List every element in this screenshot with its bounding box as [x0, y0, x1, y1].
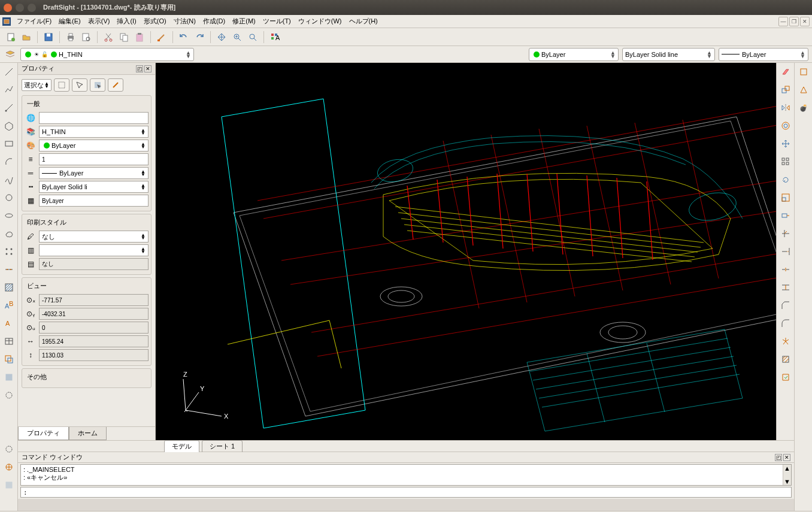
menu-dimension[interactable]: 寸法(N) — [170, 16, 199, 27]
layout-tab-sheet1[interactable]: シート 1 — [202, 440, 243, 453]
mdi-restore[interactable]: ❐ — [789, 17, 799, 26]
new-file-button[interactable] — [4, 30, 18, 44]
point-tool[interactable] — [2, 245, 16, 258]
cut-button[interactable] — [101, 30, 116, 44]
window-maximize-button[interactable] — [28, 4, 36, 12]
esnap-endpoint[interactable] — [797, 65, 810, 78]
circle-tool[interactable] — [2, 191, 16, 204]
explode-tool[interactable] — [779, 335, 792, 348]
window-minimize-button[interactable] — [16, 4, 24, 12]
panel-close-button[interactable]: ✕ — [144, 65, 152, 72]
tool-c[interactable] — [2, 478, 16, 492]
window-close-button[interactable] — [4, 4, 12, 12]
paste-button[interactable] — [132, 30, 147, 44]
pickadd-button[interactable] — [72, 78, 87, 92]
save-button[interactable] — [41, 30, 56, 44]
selection-filter[interactable]: 選択な▲▼ — [22, 79, 51, 91]
mirror-tool[interactable] — [779, 101, 792, 114]
esnap-midpoint[interactable] — [797, 83, 810, 96]
match-properties-button[interactable] — [154, 30, 169, 44]
color-field[interactable]: ByLayer▲▼ — [39, 140, 149, 152]
panel-tab-home[interactable]: ホーム — [69, 427, 107, 440]
extend-tool[interactable] — [779, 245, 792, 258]
divide-tool[interactable] — [2, 263, 16, 276]
copy-button[interactable] — [117, 30, 131, 44]
color-selector[interactable]: ByLayer ▲▼ — [529, 48, 619, 61]
split-tool[interactable] — [779, 263, 792, 276]
mdi-close[interactable]: ✕ — [800, 17, 810, 26]
panel-tab-properties[interactable]: プロパティ — [18, 427, 69, 440]
zoom-extents-button[interactable] — [246, 30, 260, 44]
menu-view[interactable]: 表示(V) — [84, 16, 114, 27]
text-tool[interactable]: AB — [2, 299, 16, 312]
trim-tool[interactable] — [779, 227, 792, 240]
cmd-scrollbar[interactable]: ▲▼ — [783, 465, 791, 485]
menu-file[interactable]: ファイル(F) — [13, 16, 55, 27]
hyperlink-field[interactable] — [39, 112, 149, 124]
command-input[interactable]: : — [20, 487, 792, 498]
line-tool[interactable] — [2, 65, 16, 78]
chamfer-tool[interactable] — [779, 299, 792, 312]
edit-hatch-tool[interactable] — [779, 353, 792, 366]
copy-entity-tool[interactable] — [779, 83, 792, 96]
note-tool[interactable]: A — [2, 317, 16, 330]
arc-tool[interactable] — [2, 155, 16, 168]
transparency-field[interactable]: ByLayer — [39, 195, 149, 207]
offset-tool[interactable] — [779, 119, 792, 132]
menu-help[interactable]: ヘルプ(H) — [346, 16, 381, 27]
print-button[interactable] — [63, 30, 78, 44]
move-tool[interactable] — [779, 137, 792, 150]
toggle-button[interactable] — [108, 78, 123, 92]
lineweight-field[interactable]: ByLayer▲▼ — [39, 167, 149, 179]
menu-format[interactable]: 形式(O) — [140, 16, 170, 27]
table-tool[interactable] — [2, 335, 16, 348]
cmd-undock-button[interactable]: ◰ — [775, 454, 782, 461]
scale-tool[interactable] — [779, 191, 792, 204]
open-file-button[interactable] — [19, 30, 34, 44]
options-button[interactable]: A — [268, 30, 282, 44]
mask-tool[interactable] — [2, 371, 16, 384]
undo-button[interactable] — [177, 30, 191, 44]
print-preview-button[interactable] — [79, 30, 93, 44]
menu-edit[interactable]: 編集(E) — [55, 16, 84, 27]
hatch-tool[interactable] — [2, 281, 16, 294]
printstyle-field[interactable]: なし▲▼ — [39, 231, 149, 243]
layer-manager-button[interactable] — [4, 48, 17, 61]
drawing-canvas[interactable]: X Y Z — [156, 63, 776, 440]
ellipse-tool[interactable] — [2, 209, 16, 222]
quickselect-button[interactable] — [54, 78, 69, 92]
tool-a[interactable] — [2, 443, 16, 456]
menu-tools[interactable]: ツール(T) — [259, 16, 295, 27]
block-tool[interactable] — [2, 389, 16, 402]
layer-field[interactable]: H_THIN▲▼ — [39, 126, 149, 138]
printcolor-field[interactable]: ▲▼ — [39, 244, 149, 256]
lineweight-selector[interactable]: ByLayer ▲▼ — [719, 48, 808, 61]
scale-field[interactable]: 1 — [39, 153, 149, 165]
cmd-close-button[interactable]: ✕ — [783, 454, 790, 461]
layer-selector[interactable]: ☀ 🔓 H_THIN ▲▼ — [20, 48, 194, 61]
polyline-tool[interactable] — [2, 83, 16, 96]
menu-modify[interactable]: 修正(M) — [229, 16, 259, 27]
polygon-tool[interactable] — [2, 119, 16, 132]
pan-button[interactable] — [214, 30, 229, 44]
rotate-tool[interactable] — [779, 173, 792, 186]
linestyle-field[interactable]: ByLayer Solid li▲▼ — [39, 181, 149, 193]
erase-tool[interactable] — [779, 65, 792, 78]
spline-tool[interactable] — [2, 173, 16, 186]
bomb-icon[interactable]: 💣 — [797, 101, 810, 114]
menu-window[interactable]: ウィンドウ(W) — [295, 16, 346, 27]
redo-button[interactable] — [192, 30, 207, 44]
weld-tool[interactable] — [779, 281, 792, 294]
ray-tool[interactable] — [2, 101, 16, 114]
region-tool[interactable] — [2, 353, 16, 366]
zoom-window-button[interactable] — [230, 30, 244, 44]
layout-tab-model[interactable]: モデル — [164, 440, 199, 453]
revcloud-tool[interactable] — [2, 227, 16, 240]
change-tool[interactable] — [779, 371, 792, 384]
menu-draw[interactable]: 作成(D) — [199, 16, 229, 27]
array-tool[interactable] — [779, 155, 792, 168]
rectangle-tool[interactable] — [2, 137, 16, 150]
fillet-tool[interactable] — [779, 317, 792, 330]
linestyle-selector[interactable]: ByLayer Solid line ▲▼ — [622, 48, 715, 61]
selectobj-button[interactable] — [90, 78, 105, 92]
